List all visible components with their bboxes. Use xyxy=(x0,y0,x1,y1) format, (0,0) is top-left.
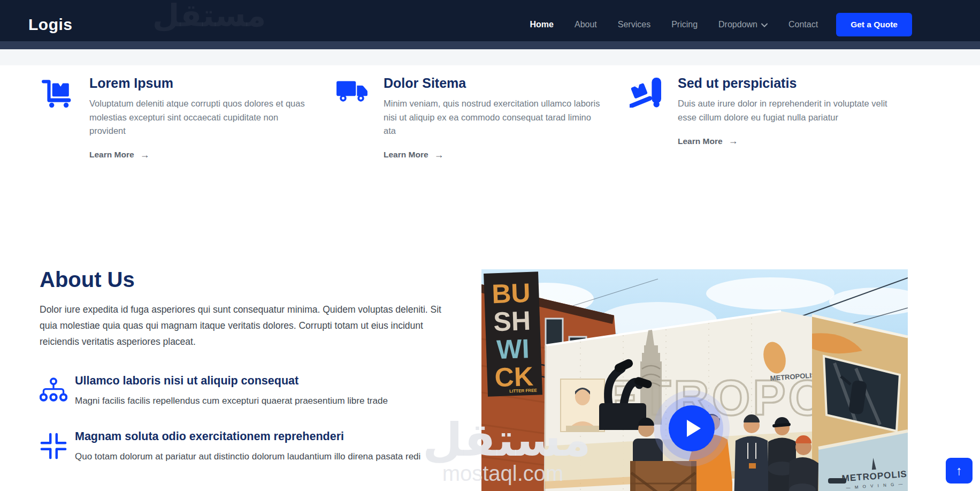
video-play-button[interactable] xyxy=(660,397,723,460)
header-bottom-strip xyxy=(0,41,980,49)
feature-card-content: Lorem Ipsum Voluptatum deleniti atque co… xyxy=(89,75,308,161)
feature-card-content: Dolor Sitema Minim veniam, quis nostrud … xyxy=(384,75,602,161)
about-feature-text: Magni facilis facilis repellendus cum ex… xyxy=(75,394,440,408)
truck-icon xyxy=(335,75,384,161)
feature-card-lorem-ipsum: Lorem Ipsum Voluptatum deleniti atque co… xyxy=(41,75,285,161)
arrow-up-icon: ↑ xyxy=(956,463,962,478)
svg-text:LITTER FREE: LITTER FREE xyxy=(509,388,538,394)
feature-card-dolor-sitema: Dolor Sitema Minim veniam, quis nostrud … xyxy=(335,75,579,161)
feature-card-text: Voluptatum deleniti atque corrupti quos … xyxy=(89,97,308,138)
dropdown-label: Dropdown xyxy=(718,20,757,29)
nav-item-contact[interactable]: Contact xyxy=(788,20,818,29)
about-feature-title: Magnam soluta odio exercitationem repreh… xyxy=(75,430,440,444)
logis-landing-page: Logis Home About Services Pricing Dropdo… xyxy=(0,0,980,491)
about-paragraph: Dolor iure expedita id fuga asperiores q… xyxy=(40,301,456,350)
feature-card-text: Duis aute irure dolor in reprehenderit i… xyxy=(678,97,896,124)
navbar: Logis Home About Services Pricing Dropdo… xyxy=(0,0,980,41)
feature-card-content: Sed ut perspiciatis Duis aute irure dolo… xyxy=(678,75,896,147)
feature-card-text: Minim veniam, quis nostrud exercitation … xyxy=(384,97,602,138)
about-video-thumbnail[interactable]: BU SH WI CK LITTER FREE METROPOLIS xyxy=(481,269,908,491)
learn-more-link[interactable]: Learn More → xyxy=(678,135,738,147)
nav-item-about[interactable]: About xyxy=(575,20,597,29)
svg-text:SH: SH xyxy=(493,306,531,337)
svg-text:WI: WI xyxy=(496,334,530,365)
get-a-quote-button[interactable]: Get a Quote xyxy=(836,13,912,36)
scroll-to-top-button[interactable]: ↑ xyxy=(946,458,973,484)
svg-text:BU: BU xyxy=(491,278,531,309)
about-section-title: About Us xyxy=(40,268,135,292)
learn-more-link[interactable]: Learn More → xyxy=(384,149,444,161)
command-corners-icon xyxy=(40,430,75,464)
about-feature-title: Ullamco laboris nisi ut aliquip consequa… xyxy=(75,374,440,388)
feature-card-title: Lorem Ipsum xyxy=(89,75,308,91)
hero-bottom-band xyxy=(0,49,980,65)
wooden-crate xyxy=(630,461,696,491)
about-feature-content: Magnam soluta odio exercitationem repreh… xyxy=(75,430,440,464)
main-nav: Home About Services Pricing Dropdown Con… xyxy=(530,20,818,29)
nav-item-pricing[interactable]: Pricing xyxy=(671,20,698,29)
about-feature-magnam: Magnam soluta odio exercitationem repreh… xyxy=(40,430,440,464)
cart-flatbed-icon xyxy=(41,75,89,161)
learn-more-link[interactable]: Learn More → xyxy=(89,149,150,161)
logo[interactable]: Logis xyxy=(28,16,73,34)
nav-item-services[interactable]: Services xyxy=(618,20,650,29)
about-feature-ullamco: Ullamco laboris nisi ut aliquip consequa… xyxy=(40,374,440,408)
nav-item-dropdown[interactable]: Dropdown xyxy=(718,20,768,29)
feature-card-sed-ut: Sed ut perspiciatis Duis aute irure dolo… xyxy=(630,75,873,147)
play-icon xyxy=(669,405,715,451)
arrow-right-icon: → xyxy=(140,149,150,161)
chevron-down-icon xyxy=(761,20,768,29)
about-feature-text: Quo totam dolorum at pariatur aut distin… xyxy=(75,449,440,464)
arrow-right-icon: → xyxy=(729,135,738,147)
learn-more-label: Learn More xyxy=(89,150,134,160)
learn-more-label: Learn More xyxy=(384,150,428,160)
about-feature-content: Ullamco laboris nisi ut aliquip consequa… xyxy=(75,374,440,408)
arrow-right-icon: → xyxy=(434,149,444,161)
feature-card-title: Sed ut perspiciatis xyxy=(678,75,896,91)
bushwick-poster: BU SH WI CK LITTER FREE xyxy=(484,271,542,396)
truck-ramp-box-icon xyxy=(630,75,678,147)
feature-card-title: Dolor Sitema xyxy=(384,75,602,91)
diagram-icon xyxy=(40,374,75,408)
learn-more-label: Learn More xyxy=(678,137,723,146)
nav-item-home[interactable]: Home xyxy=(530,20,554,29)
